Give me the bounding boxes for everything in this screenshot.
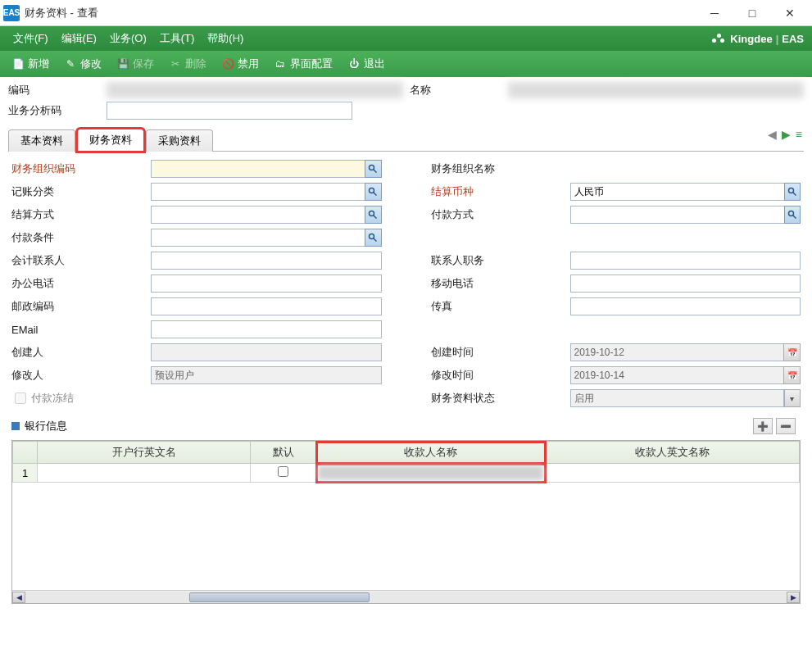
- grid-scroll-thumb[interactable]: [189, 592, 370, 602]
- pay-freeze-checkbox[interactable]: [15, 392, 26, 404]
- col-payee-en[interactable]: 收款人英文名称: [546, 442, 800, 464]
- new-button[interactable]: 📄新增: [5, 54, 56, 74]
- col-rownum[interactable]: [13, 442, 38, 464]
- settle-currency-input[interactable]: [570, 183, 784, 201]
- mobile-label: 移动电话: [431, 276, 570, 291]
- app-icon: EAS: [3, 5, 20, 21]
- modify-label: 修改: [80, 57, 102, 71]
- search-icon: [368, 187, 378, 197]
- email-label: EMail: [11, 324, 151, 336]
- menu-tool[interactable]: 工具(T): [153, 31, 202, 46]
- acct-class-lookup[interactable]: [365, 183, 382, 201]
- brand-name: Kingdee: [730, 33, 772, 45]
- forbid-icon: 🚫: [221, 57, 234, 70]
- settle-currency-lookup[interactable]: [784, 183, 801, 201]
- menu-help[interactable]: 帮助(H): [201, 31, 250, 46]
- grid-scroll-left-icon[interactable]: ◀: [12, 592, 25, 603]
- modify-time-picker[interactable]: 📅: [783, 366, 801, 384]
- pay-cond-lookup[interactable]: [365, 229, 382, 247]
- row-1-payee[interactable]: [316, 464, 546, 483]
- brand-dots-icon: [710, 32, 727, 45]
- layout-icon: 🗂: [274, 57, 287, 70]
- fin-org-code-input[interactable]: [151, 160, 365, 178]
- brand-sub: EAS: [782, 33, 804, 45]
- creator-label: 创建人: [11, 345, 151, 360]
- fin-status-input: [570, 389, 784, 407]
- disable-button[interactable]: 🚫禁用: [215, 54, 265, 74]
- edit-icon: ✎: [64, 57, 77, 70]
- menu-biz[interactable]: 业务(O): [103, 31, 153, 46]
- tab-finance[interactable]: 财务资料: [77, 129, 144, 152]
- save-button[interactable]: 💾保存: [110, 54, 161, 74]
- row-1-default-checkbox[interactable]: [278, 466, 288, 477]
- row-1-default[interactable]: [251, 464, 316, 483]
- minimize-button[interactable]: ─: [696, 1, 733, 25]
- col-payee[interactable]: 收款人名称: [316, 442, 546, 464]
- tab-next-icon[interactable]: ▶: [782, 128, 791, 141]
- name-label: 名称: [410, 83, 508, 98]
- delete-label: 删除: [185, 57, 206, 71]
- settle-method-input[interactable]: [151, 206, 365, 224]
- fin-org-code-lookup[interactable]: [365, 160, 382, 178]
- pay-method-input[interactable]: [570, 206, 784, 224]
- bank-section-header: 银行信息 ➕ ➖: [11, 419, 801, 433]
- create-time-label: 创建时间: [431, 345, 570, 360]
- settle-currency-label: 结算币种: [431, 184, 570, 199]
- bank-grid: 开户行英文名 默认 收款人名称 收款人英文名称 1: [11, 440, 801, 604]
- search-icon: [368, 210, 378, 220]
- header-fields: 编码 名称 业务分析码: [0, 77, 812, 125]
- col-default[interactable]: 默认: [251, 442, 316, 464]
- save-label: 保存: [133, 57, 154, 71]
- fax-input[interactable]: [570, 297, 801, 315]
- search-icon: [787, 210, 797, 220]
- postcode-input[interactable]: [151, 297, 382, 315]
- window-title: 财务资料 - 查看: [25, 6, 696, 20]
- row-1-num: 1: [13, 464, 38, 483]
- col-bank-en[interactable]: 开户行英文名: [38, 442, 251, 464]
- grid-hscroll[interactable]: ◀ ▶: [12, 590, 800, 603]
- tab-prev-icon[interactable]: ◀: [768, 128, 777, 141]
- contact-title-input[interactable]: [570, 252, 801, 270]
- grid-add-row-button[interactable]: ➕: [753, 418, 773, 434]
- grid-del-row-button[interactable]: ➖: [776, 418, 796, 434]
- exit-button[interactable]: ⏻退出: [341, 54, 392, 74]
- settle-method-lookup[interactable]: [365, 206, 382, 224]
- close-button[interactable]: ✕: [771, 1, 809, 25]
- pay-cond-label: 付款条件: [11, 230, 151, 245]
- acct-class-input[interactable]: [151, 183, 365, 201]
- tab-list-icon[interactable]: ≡: [796, 128, 802, 141]
- fin-status-dropdown[interactable]: ▾: [784, 389, 801, 407]
- acct-contact-input[interactable]: [151, 252, 382, 270]
- email-input[interactable]: [151, 320, 382, 338]
- grid-scroll-right-icon[interactable]: ▶: [787, 592, 800, 603]
- tab-purchase[interactable]: 采购资料: [146, 129, 213, 152]
- mobile-input[interactable]: [570, 275, 801, 293]
- acct-class-label: 记账分类: [11, 184, 151, 199]
- office-tel-input[interactable]: [151, 275, 382, 293]
- table-row[interactable]: 1: [13, 464, 800, 483]
- fax-label: 传真: [431, 299, 570, 314]
- name-value: [508, 82, 805, 98]
- delete-button[interactable]: ✂删除: [162, 54, 213, 74]
- maximize-button[interactable]: □: [733, 1, 771, 25]
- pay-method-lookup[interactable]: [784, 206, 801, 224]
- analysis-input[interactable]: [107, 102, 352, 120]
- modifier-input: [151, 366, 382, 384]
- acct-contact-label: 会计联系人: [11, 253, 151, 268]
- menu-edit[interactable]: 编辑(E): [55, 31, 103, 46]
- pay-cond-input[interactable]: [151, 229, 365, 247]
- section-marker-icon: [11, 422, 20, 430]
- row-1-bank-en[interactable]: [38, 464, 251, 483]
- layout-button[interactable]: 🗂界面配置: [267, 54, 339, 74]
- modify-button[interactable]: ✎修改: [57, 54, 108, 74]
- create-time-picker[interactable]: 📅: [783, 343, 801, 361]
- modify-time-input: [570, 366, 785, 384]
- row-1-payee-en[interactable]: [546, 464, 800, 483]
- svg-point-6: [370, 211, 374, 216]
- svg-line-1: [374, 170, 377, 173]
- svg-point-8: [788, 211, 793, 216]
- tab-basic[interactable]: 基本资料: [8, 129, 75, 152]
- layout-label: 界面配置: [290, 57, 333, 71]
- menu-file[interactable]: 文件(F): [7, 31, 55, 46]
- grid-scroll-track[interactable]: [25, 592, 787, 603]
